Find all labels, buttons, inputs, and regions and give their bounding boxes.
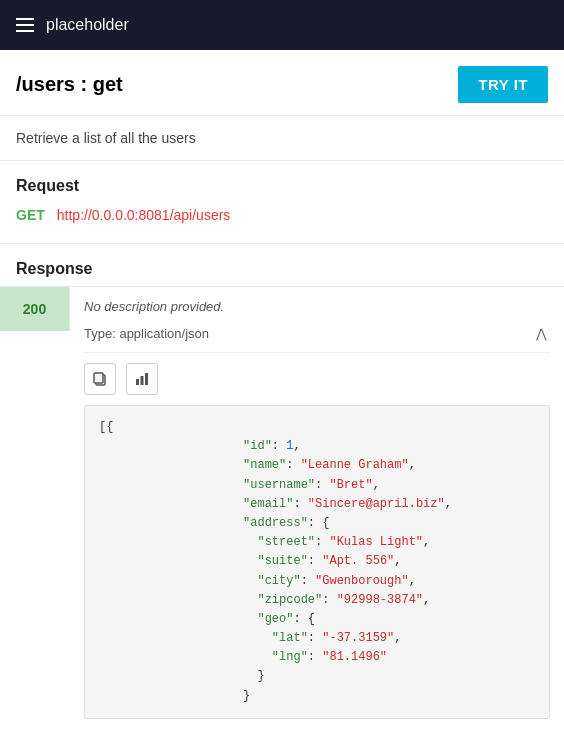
request-section: Request GET http://0.0.0.0:8081/api/user… bbox=[0, 161, 564, 243]
endpoint-row: /users : get TRY IT bbox=[0, 50, 564, 116]
content-type-row: Type: application/json ⋀ bbox=[84, 324, 550, 353]
request-heading: Request bbox=[0, 161, 564, 203]
response-heading: Response bbox=[0, 244, 564, 286]
http-method: GET bbox=[16, 207, 45, 223]
svg-rect-2 bbox=[136, 379, 139, 385]
no-description-text: No description provided. bbox=[84, 299, 550, 314]
chart-icon bbox=[134, 371, 150, 387]
response-section: Response 200 No description provided. Ty… bbox=[0, 243, 564, 731]
chevron-up-icon[interactable]: ⋀ bbox=[532, 324, 550, 342]
copy-icon bbox=[92, 371, 108, 387]
response-body: No description provided. Type: applicati… bbox=[70, 287, 564, 731]
app-title: placeholder bbox=[46, 16, 129, 34]
request-url[interactable]: http://0.0.0.0:8081/api/users bbox=[57, 207, 231, 223]
copy-button[interactable] bbox=[84, 363, 116, 395]
request-details: GET http://0.0.0.0:8081/api/users bbox=[0, 203, 564, 243]
chart-button[interactable] bbox=[126, 363, 158, 395]
json-code-block: [{ "id": 1, "name": "Leanne Graham", "us… bbox=[84, 405, 550, 719]
action-icons-row bbox=[84, 353, 550, 405]
endpoint-path-prefix: /users : bbox=[16, 73, 93, 95]
app-header: placeholder bbox=[0, 0, 564, 50]
svg-rect-4 bbox=[145, 373, 148, 385]
try-it-button[interactable]: TRY IT bbox=[458, 66, 548, 103]
endpoint-description: Retrieve a list of all the users bbox=[0, 116, 564, 161]
response-code-row: 200 No description provided. Type: appli… bbox=[0, 286, 564, 731]
status-code: 200 bbox=[0, 287, 70, 331]
request-line: GET http://0.0.0.0:8081/api/users bbox=[16, 203, 548, 227]
endpoint-path: /users : get bbox=[16, 73, 123, 96]
content-type-label: Type: application/json bbox=[84, 326, 209, 341]
svg-rect-3 bbox=[141, 376, 144, 385]
hamburger-icon[interactable] bbox=[16, 18, 34, 32]
endpoint-method-name: get bbox=[93, 73, 123, 95]
svg-rect-1 bbox=[94, 373, 103, 383]
